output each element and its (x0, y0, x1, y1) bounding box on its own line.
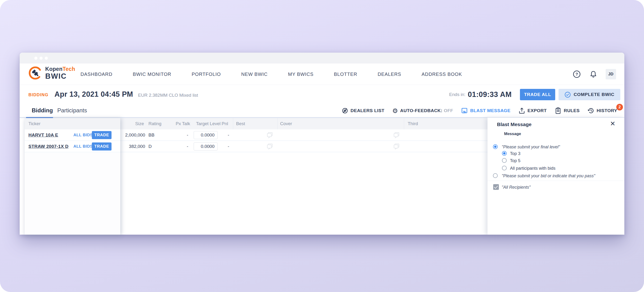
tab-bidding[interactable]: Bidding (32, 107, 53, 114)
col-header-ticker: Ticker (24, 118, 120, 129)
chat-bubble-icon[interactable] (393, 143, 400, 150)
window-control-dot[interactable] (40, 57, 42, 60)
nav-item-dashboard[interactable]: DASHBOARD (80, 72, 112, 77)
pnl-cell: - (214, 129, 229, 141)
check-circle-icon (564, 92, 571, 98)
brand-bwic: BWIC (45, 73, 75, 80)
ticker-link[interactable]: HARVT 10A E (28, 129, 58, 141)
blast-message-icon (461, 107, 468, 114)
clipboard-icon (554, 107, 562, 114)
size-cell: 2,000,000 (119, 129, 145, 141)
window-control-dot[interactable] (45, 57, 48, 60)
chat-bubble-icon[interactable] (266, 132, 274, 139)
col-header-best: Best (236, 118, 245, 129)
eye-off-icon (342, 107, 348, 114)
svg-text:?: ? (576, 72, 578, 77)
ticker-row: STRAW 2007-1X D ALL BIDS TRADE (24, 141, 120, 152)
table-row: 2,000,000 BB - - (120, 129, 488, 141)
chat-bubble-icon[interactable] (266, 143, 274, 150)
all-bids-link[interactable]: ALL BIDS (74, 141, 93, 152)
radio-final-level-label: "Please submit your final level" (502, 145, 560, 150)
export-button[interactable]: EXPORT (518, 107, 547, 114)
radio-top3[interactable] (502, 151, 507, 156)
ticker-link[interactable]: STRAW 2007-1X D (28, 141, 68, 152)
col-header-target-level: Target Level (196, 118, 221, 129)
radio-final-level[interactable] (493, 144, 498, 149)
brand-wordmark: KopenTech BWIC (45, 66, 75, 80)
radio-all-participants[interactable] (502, 166, 507, 170)
radio-bid-or-pass[interactable] (493, 173, 498, 178)
bwic-toolbar: DEALERS LIST ⚙ AUTO-FEEDBACK: OFF BLAST … (342, 104, 618, 117)
complete-bwic-label: COMPLETE BWIC (574, 92, 614, 97)
history-button[interactable]: HISTORY 2 (588, 107, 617, 114)
auto-feedback-state: OFF (444, 108, 453, 113)
nav-item-portfolio[interactable]: PORTFOLIO (192, 72, 221, 77)
bwic-app-window: KopenTech BWIC DASHBOARD BWIC MONITOR PO… (20, 53, 624, 235)
rating-cell: BB (148, 129, 163, 141)
size-cell: 382,000 (119, 141, 145, 152)
px-talk-cell: - (164, 129, 188, 141)
panel-title: Blast Message (497, 122, 532, 127)
navbar-actions: ? JD (572, 64, 616, 85)
export-icon (518, 107, 526, 114)
pnl-cell: - (214, 141, 229, 152)
top-navbar: KopenTech BWIC DASHBOARD BWIC MONITOR PO… (20, 64, 624, 85)
radio-top5[interactable] (502, 158, 507, 163)
px-talk-cell: - (164, 141, 188, 152)
header-actions: Ends in: 01:09:33 AM TRADE ALL COMPLETE … (449, 89, 620, 100)
help-icon[interactable]: ? (572, 70, 581, 79)
status-badge: BIDDING (28, 92, 48, 97)
user-avatar[interactable]: JD (606, 69, 616, 79)
message-section-label: Message (504, 132, 521, 136)
history-count-badge: 2 (616, 104, 623, 110)
trade-all-button[interactable]: TRADE ALL (520, 89, 555, 100)
bwic-datetime: Apr 13, 2021 04:45 PM (54, 90, 133, 99)
nav-item-my-bwics[interactable]: MY BWICS (288, 72, 314, 77)
radio-top5-label: Top 5 (510, 158, 520, 163)
nav-item-new-bwic[interactable]: NEW BWIC (241, 72, 268, 77)
bwic-header: BIDDING Apr 13, 2021 04:45 PM EUR 2.382M… (20, 85, 624, 104)
trade-button[interactable]: TRADE (92, 131, 112, 139)
tabs-row: Bidding Participants DEALERS LIST ⚙ AUTO… (20, 104, 624, 118)
rating-cell: D (148, 141, 163, 152)
bell-icon[interactable] (589, 70, 598, 79)
all-bids-link[interactable]: ALL BIDS (74, 129, 93, 141)
auto-feedback-toggle[interactable]: ⚙ AUTO-FEEDBACK: OFF (392, 108, 453, 114)
gavel-logo-icon (28, 66, 42, 80)
col-header-pnl: Pnl (222, 118, 228, 129)
blast-message-panel: Blast Message ✕ Message "Please submit y… (488, 118, 624, 235)
ends-in-label: Ends in: (449, 92, 466, 97)
brand-tech: Tech (62, 66, 75, 72)
col-header-px-talk: Px Talk (176, 118, 190, 129)
trade-button[interactable]: TRADE (92, 142, 112, 150)
radio-all-participants-label: All participants with bids (510, 166, 556, 171)
rules-button[interactable]: RULES (554, 107, 580, 114)
nav-item-dealers[interactable]: DEALERS (378, 72, 401, 77)
window-titlebar (20, 53, 624, 64)
table-row: 382,000 D - - (120, 141, 488, 152)
ticker-panel: Ticker HARVT 10A E ALL BIDS TRADE STRAW … (24, 118, 120, 235)
tab-participants[interactable]: Participants (57, 107, 87, 114)
panel-divider (488, 181, 624, 181)
bwic-subtitle: EUR 2.382MM CLO Mixed list (138, 93, 198, 98)
nav-item-blotter[interactable]: BLOTTER (334, 72, 357, 77)
ticker-row: HARVT 10A E ALL BIDS TRADE (24, 129, 120, 141)
blast-message-button[interactable]: BLAST MESSAGE (461, 107, 510, 114)
brand-kopen: Kopen (45, 66, 62, 72)
main-nav: DASHBOARD BWIC MONITOR PORTFOLIO NEW BWI… (80, 64, 462, 85)
close-icon[interactable]: ✕ (610, 121, 615, 127)
brand-logo[interactable]: KopenTech BWIC (28, 66, 75, 80)
nav-item-address-book[interactable]: ADDRESS BOOK (422, 72, 462, 77)
history-clock-icon (588, 107, 594, 114)
all-recipients-label: "All Recipients" (502, 185, 530, 190)
col-header-cover: Cover (280, 118, 292, 129)
complete-bwic-button[interactable]: COMPLETE BWIC (558, 89, 620, 100)
radio-top3-label: Top 3 (510, 151, 520, 156)
col-header-rating: Rating (148, 118, 162, 129)
all-recipients-checkbox[interactable] (493, 184, 499, 190)
window-control-dot[interactable] (34, 57, 38, 60)
chat-bubble-icon[interactable] (393, 132, 400, 139)
nav-item-bwic-monitor[interactable]: BWIC MONITOR (133, 72, 172, 77)
dealers-list-button[interactable]: DEALERS LIST (342, 107, 384, 114)
countdown-timer: 01:09:33 AM (468, 90, 512, 99)
